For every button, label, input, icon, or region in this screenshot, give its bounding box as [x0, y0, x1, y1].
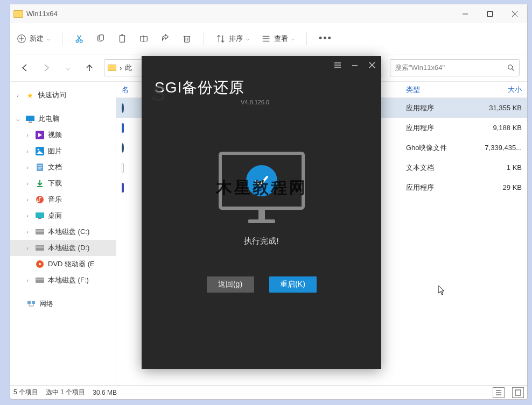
search-placeholder: 搜索"Win11x64" [395, 63, 445, 73]
minimize-button[interactable] [453, 4, 478, 23]
dialog-version: V4.8.126.0 [241, 99, 368, 105]
sort-button[interactable]: 排序 ⌵ [216, 34, 249, 44]
app-icon [122, 183, 124, 193]
app-icon [122, 103, 124, 113]
svg-line-10 [77, 35, 80, 40]
svg-rect-29 [26, 116, 34, 121]
sidebar-item-pictures[interactable]: ›图片 [10, 143, 116, 159]
svg-rect-43 [36, 212, 44, 218]
item-count: 5 个项目 [13, 388, 38, 397]
sidebar-item-network[interactable]: 网络 [10, 296, 116, 312]
sidebar-item-disk-f[interactable]: ›本地磁盘 (F:) [10, 272, 116, 288]
dialog-close-button[interactable] [368, 61, 376, 71]
svg-line-28 [512, 69, 514, 71]
disk-icon [35, 243, 45, 253]
folder-icon [108, 65, 116, 71]
sort-label: 排序 [229, 34, 243, 44]
disk-icon [35, 227, 45, 237]
check-icon [246, 165, 277, 196]
search-input[interactable]: 搜索"Win11x64" [390, 59, 520, 76]
paste-button[interactable] [117, 34, 127, 44]
maximize-button[interactable] [478, 4, 502, 23]
delete-button[interactable] [182, 34, 192, 44]
svg-rect-17 [185, 36, 190, 42]
dialog-title: SGI备份还原 [155, 77, 368, 98]
disk-icon [35, 275, 45, 285]
new-button[interactable]: 新建 ⌵ [17, 34, 50, 44]
svg-rect-14 [121, 34, 123, 35]
sidebar-item-downloads[interactable]: ›下载 [10, 175, 116, 191]
svg-rect-12 [99, 34, 103, 40]
more-button[interactable]: ••• [319, 33, 332, 44]
sidebar-item-music[interactable]: ›音乐 [10, 191, 116, 208]
dvd-icon [35, 259, 45, 269]
svg-rect-1 [488, 11, 493, 16]
svg-point-46 [39, 263, 41, 265]
sidebar-item-videos[interactable]: ›视频 [10, 127, 116, 143]
toolbar: 新建 ⌵ 排序 ⌵ 查看 ⌵ ••• [10, 23, 527, 54]
svg-point-7 [76, 40, 79, 42]
selected-info: 选中 1 个项目 [46, 388, 85, 397]
svg-point-27 [508, 65, 513, 69]
dialog-header: S SGI备份还原 V4.8.126.0 [142, 76, 381, 114]
svg-point-8 [80, 40, 82, 42]
svg-line-9 [78, 35, 81, 40]
svg-rect-30 [29, 122, 32, 123]
sidebar-item-disk-d[interactable]: ›本地磁盘 (D:) [10, 240, 116, 256]
desktop-icon [35, 211, 45, 221]
back-button[interactable]: 返回(g) [207, 276, 254, 293]
network-icon [26, 299, 36, 309]
sidebar-item-quick-access[interactable]: ›★快速访问 [10, 87, 116, 103]
up-button[interactable] [82, 61, 96, 75]
app-icon [122, 123, 124, 133]
dialog-minimize-button[interactable] [351, 61, 359, 71]
new-label: 新建 [30, 34, 44, 44]
downloads-icon [35, 179, 45, 188]
svg-rect-55 [515, 390, 521, 395]
col-type[interactable]: 类型 [401, 85, 474, 95]
breadcrumb-item[interactable]: 此 [125, 63, 132, 73]
pc-icon [25, 114, 35, 124]
selected-size: 30.6 MB [93, 389, 117, 396]
folder-icon [13, 10, 23, 18]
svg-rect-44 [38, 218, 41, 219]
music-icon [35, 195, 45, 204]
sgi-dialog: S SGI备份还原 V4.8.126.0 木星教程网 执行完成! 返回(g) 重… [142, 56, 381, 369]
sidebar: ›★快速访问 ⌵此电脑 ›视频 ›图片 ›文档 ›下载 ›音乐 ›桌面 ›本地磁… [10, 82, 116, 385]
sidebar-item-this-pc[interactable]: ⌵此电脑 [10, 111, 116, 127]
svg-rect-13 [120, 35, 125, 42]
sidebar-item-desktop[interactable]: ›桌面 [10, 208, 116, 224]
svg-rect-48 [32, 301, 35, 304]
sidebar-item-disk-c[interactable]: ›本地磁盘 (C:) [10, 224, 116, 240]
breadcrumb-sep: › [120, 64, 122, 72]
titlebar[interactable]: Win11x64 [10, 4, 527, 23]
status-bar: 5 个项目 选中 1 个项目 30.6 MB [10, 385, 527, 399]
cut-button[interactable] [74, 34, 84, 44]
sidebar-item-dvd[interactable]: DVD 驱动器 (E [10, 256, 116, 272]
view-label: 查看 [274, 34, 288, 44]
background-logo: S [151, 81, 165, 106]
large-icons-view-button[interactable] [512, 387, 524, 398]
restart-button[interactable]: 重启(K) [269, 276, 317, 293]
svg-rect-47 [27, 301, 31, 304]
copy-button[interactable] [96, 34, 106, 44]
view-button[interactable]: 查看 ⌵ [261, 34, 295, 44]
dialog-menu-button[interactable] [334, 61, 341, 71]
close-button[interactable] [502, 4, 527, 23]
details-view-button[interactable] [493, 387, 505, 398]
sidebar-item-documents[interactable]: ›文档 [10, 159, 116, 175]
recent-button[interactable]: ⌵ [61, 61, 75, 75]
videos-icon [35, 130, 45, 140]
star-icon: ★ [25, 90, 35, 100]
txt-icon [122, 163, 124, 173]
gho-icon [122, 143, 124, 153]
back-button[interactable] [18, 61, 32, 75]
share-button[interactable] [160, 34, 170, 44]
pictures-icon [35, 146, 45, 156]
col-size[interactable]: 大小 [474, 85, 527, 95]
dialog-message: 执行完成! [244, 236, 278, 246]
documents-icon [35, 162, 45, 172]
monitor-icon [219, 152, 305, 210]
rename-button[interactable] [139, 34, 149, 44]
forward-button[interactable] [39, 61, 53, 75]
